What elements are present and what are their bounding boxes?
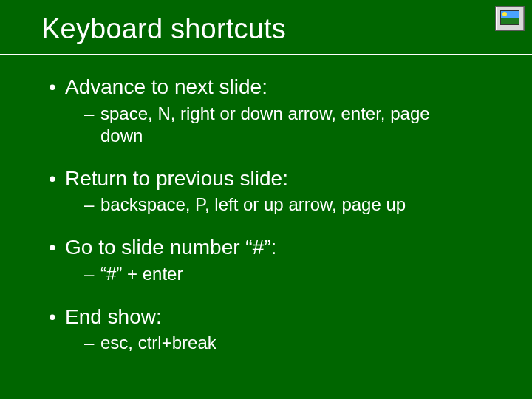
dash-icon: – [84,263,100,285]
list-item: • Go to slide number “#”: – “#” + enter [44,235,488,285]
item-label: Advance to next slide: [65,75,267,100]
list-item: • End show: – esc, ctrl+break [44,304,488,355]
body-content: • Advance to next slide: – space, N, rig… [0,55,532,354]
bullet-icon: • [44,235,65,260]
dash-icon: – [84,194,100,216]
item-sub: space, N, right or down arrow, enter, pa… [100,103,458,147]
item-sub: backspace, P, left or up arrow, page up [100,194,406,216]
dash-icon: – [84,332,100,354]
item-sub: esc, ctrl+break [100,332,216,354]
list-item: • Return to previous slide: – backspace,… [44,166,488,216]
title-area: Keyboard shortcuts [0,0,532,45]
item-label: Return to previous slide: [65,166,288,191]
bullet-icon: • [44,304,65,330]
list-item: • Advance to next slide: – space, N, rig… [44,75,488,147]
item-label: End show: [65,304,162,330]
bullet-icon: • [44,75,65,100]
bullet-icon: • [44,166,65,191]
item-sub: “#” + enter [100,263,183,285]
dash-icon: – [84,103,100,125]
picture-placeholder-icon [495,6,525,31]
slide-title: Keyboard shortcuts [41,13,532,45]
item-label: Go to slide number “#”: [65,235,276,260]
